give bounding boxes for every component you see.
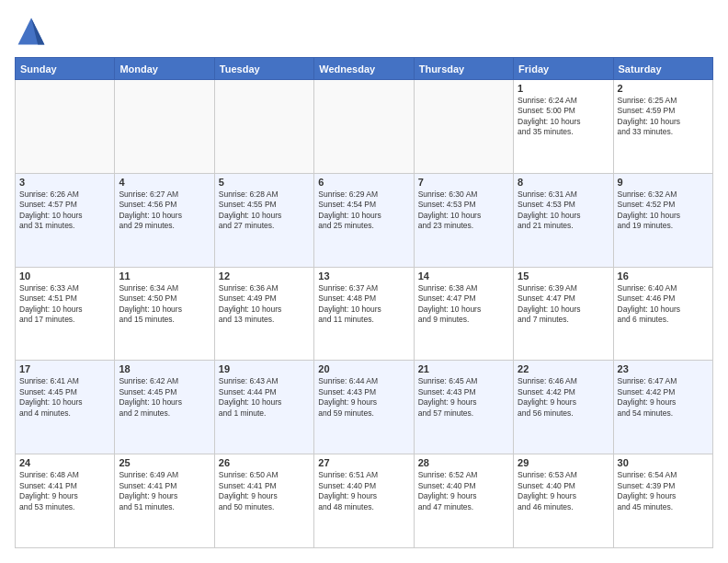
calendar-cell bbox=[414, 80, 513, 174]
day-number: 13 bbox=[318, 270, 409, 282]
week-row-3: 10Sunrise: 6:33 AMSunset: 4:51 PMDayligh… bbox=[16, 267, 713, 361]
logo-icon bbox=[15, 15, 48, 48]
day-number: 7 bbox=[418, 177, 509, 188]
calendar-cell: 13Sunrise: 6:37 AMSunset: 4:48 PMDayligh… bbox=[314, 267, 414, 361]
calendar-cell: 23Sunrise: 6:47 AMSunset: 4:42 PMDayligh… bbox=[613, 361, 712, 454]
day-number: 5 bbox=[219, 177, 310, 188]
day-number: 19 bbox=[219, 363, 310, 374]
calendar-cell: 18Sunrise: 6:42 AMSunset: 4:45 PMDayligh… bbox=[115, 361, 214, 454]
day-number: 28 bbox=[418, 457, 509, 468]
cell-text: Sunrise: 6:44 AMSunset: 4:43 PMDaylight:… bbox=[318, 376, 409, 419]
calendar-cell: 28Sunrise: 6:52 AMSunset: 4:40 PMDayligh… bbox=[414, 454, 513, 548]
day-number: 1 bbox=[518, 83, 609, 94]
cell-text: Sunrise: 6:29 AMSunset: 4:54 PMDaylight:… bbox=[318, 190, 409, 232]
cell-text: Sunrise: 6:41 AMSunset: 4:45 PMDaylight:… bbox=[19, 376, 110, 419]
day-number: 6 bbox=[318, 177, 409, 188]
calendar-cell: 15Sunrise: 6:39 AMSunset: 4:47 PMDayligh… bbox=[514, 267, 613, 361]
week-row-4: 17Sunrise: 6:41 AMSunset: 4:45 PMDayligh… bbox=[16, 361, 713, 454]
header bbox=[15, 15, 713, 48]
weekday-header-friday: Friday bbox=[514, 58, 613, 80]
weekday-header-monday: Monday bbox=[115, 58, 214, 80]
day-number: 25 bbox=[119, 457, 210, 468]
day-number: 18 bbox=[119, 363, 210, 374]
calendar-cell: 16Sunrise: 6:40 AMSunset: 4:46 PMDayligh… bbox=[613, 267, 712, 361]
calendar-cell: 5Sunrise: 6:28 AMSunset: 4:55 PMDaylight… bbox=[214, 173, 313, 267]
cell-text: Sunrise: 6:43 AMSunset: 4:44 PMDaylight:… bbox=[219, 376, 310, 419]
day-number: 17 bbox=[19, 363, 110, 374]
weekday-header-thursday: Thursday bbox=[414, 58, 513, 80]
cell-text: Sunrise: 6:45 AMSunset: 4:43 PMDaylight:… bbox=[418, 376, 509, 419]
calendar-cell: 4Sunrise: 6:27 AMSunset: 4:56 PMDaylight… bbox=[115, 173, 214, 267]
calendar-cell: 17Sunrise: 6:41 AMSunset: 4:45 PMDayligh… bbox=[16, 361, 115, 454]
calendar-cell: 24Sunrise: 6:48 AMSunset: 4:41 PMDayligh… bbox=[16, 454, 115, 548]
calendar-cell: 25Sunrise: 6:49 AMSunset: 4:41 PMDayligh… bbox=[115, 454, 214, 548]
cell-text: Sunrise: 6:38 AMSunset: 4:47 PMDaylight:… bbox=[418, 283, 509, 326]
day-number: 26 bbox=[219, 457, 310, 468]
calendar-cell: 22Sunrise: 6:46 AMSunset: 4:42 PMDayligh… bbox=[514, 361, 613, 454]
calendar-cell: 20Sunrise: 6:44 AMSunset: 4:43 PMDayligh… bbox=[314, 361, 414, 454]
cell-text: Sunrise: 6:25 AMSunset: 4:59 PMDaylight:… bbox=[618, 96, 709, 138]
cell-text: Sunrise: 6:32 AMSunset: 4:52 PMDaylight:… bbox=[618, 190, 709, 232]
calendar-cell: 21Sunrise: 6:45 AMSunset: 4:43 PMDayligh… bbox=[414, 361, 513, 454]
day-number: 23 bbox=[618, 363, 709, 374]
calendar-cell: 30Sunrise: 6:54 AMSunset: 4:39 PMDayligh… bbox=[613, 454, 712, 548]
calendar-cell: 29Sunrise: 6:53 AMSunset: 4:40 PMDayligh… bbox=[514, 454, 613, 548]
day-number: 15 bbox=[518, 270, 609, 282]
calendar-cell: 6Sunrise: 6:29 AMSunset: 4:54 PMDaylight… bbox=[314, 173, 414, 267]
day-number: 2 bbox=[618, 83, 709, 94]
cell-text: Sunrise: 6:36 AMSunset: 4:49 PMDaylight:… bbox=[219, 283, 310, 326]
cell-text: Sunrise: 6:53 AMSunset: 4:40 PMDaylight:… bbox=[518, 470, 609, 512]
cell-text: Sunrise: 6:34 AMSunset: 4:50 PMDaylight:… bbox=[119, 283, 210, 326]
calendar-cell bbox=[16, 80, 115, 174]
day-number: 3 bbox=[19, 177, 110, 188]
weekday-header-tuesday: Tuesday bbox=[214, 58, 313, 80]
day-number: 14 bbox=[418, 270, 509, 282]
cell-text: Sunrise: 6:27 AMSunset: 4:56 PMDaylight:… bbox=[119, 190, 210, 232]
cell-text: Sunrise: 6:51 AMSunset: 4:40 PMDaylight:… bbox=[318, 470, 409, 512]
cell-text: Sunrise: 6:30 AMSunset: 4:53 PMDaylight:… bbox=[418, 190, 509, 232]
cell-text: Sunrise: 6:48 AMSunset: 4:41 PMDaylight:… bbox=[19, 470, 110, 512]
page: SundayMondayTuesdayWednesdayThursdayFrid… bbox=[0, 0, 728, 563]
cell-text: Sunrise: 6:39 AMSunset: 4:47 PMDaylight:… bbox=[518, 283, 609, 326]
day-number: 11 bbox=[119, 270, 210, 282]
weekday-header-wednesday: Wednesday bbox=[314, 58, 414, 80]
day-number: 30 bbox=[618, 457, 709, 468]
calendar-cell bbox=[115, 80, 214, 174]
cell-text: Sunrise: 6:54 AMSunset: 4:39 PMDaylight:… bbox=[618, 470, 709, 512]
day-number: 24 bbox=[19, 457, 110, 468]
cell-text: Sunrise: 6:47 AMSunset: 4:42 PMDaylight:… bbox=[618, 376, 709, 419]
calendar-cell: 10Sunrise: 6:33 AMSunset: 4:51 PMDayligh… bbox=[16, 267, 115, 361]
cell-text: Sunrise: 6:40 AMSunset: 4:46 PMDaylight:… bbox=[618, 283, 709, 326]
week-row-2: 3Sunrise: 6:26 AMSunset: 4:57 PMDaylight… bbox=[16, 173, 713, 267]
day-number: 21 bbox=[418, 363, 509, 374]
day-number: 16 bbox=[618, 270, 709, 282]
cell-text: Sunrise: 6:31 AMSunset: 4:53 PMDaylight:… bbox=[518, 190, 609, 232]
calendar-cell: 2Sunrise: 6:25 AMSunset: 4:59 PMDaylight… bbox=[613, 80, 712, 174]
weekday-header-sunday: Sunday bbox=[16, 58, 115, 80]
cell-text: Sunrise: 6:52 AMSunset: 4:40 PMDaylight:… bbox=[418, 470, 509, 512]
calendar-cell: 3Sunrise: 6:26 AMSunset: 4:57 PMDaylight… bbox=[16, 173, 115, 267]
logo bbox=[15, 15, 51, 48]
day-number: 27 bbox=[318, 457, 409, 468]
calendar-cell bbox=[214, 80, 313, 174]
day-number: 20 bbox=[318, 363, 409, 374]
weekday-header-saturday: Saturday bbox=[613, 58, 712, 80]
calendar-cell: 7Sunrise: 6:30 AMSunset: 4:53 PMDaylight… bbox=[414, 173, 513, 267]
cell-text: Sunrise: 6:42 AMSunset: 4:45 PMDaylight:… bbox=[119, 376, 210, 419]
weekday-header-row: SundayMondayTuesdayWednesdayThursdayFrid… bbox=[16, 58, 713, 80]
cell-text: Sunrise: 6:26 AMSunset: 4:57 PMDaylight:… bbox=[19, 190, 110, 232]
day-number: 29 bbox=[518, 457, 609, 468]
day-number: 8 bbox=[518, 177, 609, 188]
calendar-cell: 26Sunrise: 6:50 AMSunset: 4:41 PMDayligh… bbox=[214, 454, 313, 548]
calendar-cell: 12Sunrise: 6:36 AMSunset: 4:49 PMDayligh… bbox=[214, 267, 313, 361]
calendar-cell bbox=[314, 80, 414, 174]
day-number: 4 bbox=[119, 177, 210, 188]
cell-text: Sunrise: 6:50 AMSunset: 4:41 PMDaylight:… bbox=[219, 470, 310, 512]
day-number: 22 bbox=[518, 363, 609, 374]
cell-text: Sunrise: 6:28 AMSunset: 4:55 PMDaylight:… bbox=[219, 190, 310, 232]
week-row-5: 24Sunrise: 6:48 AMSunset: 4:41 PMDayligh… bbox=[16, 454, 713, 548]
day-number: 12 bbox=[219, 270, 310, 282]
day-number: 10 bbox=[19, 270, 110, 282]
cell-text: Sunrise: 6:33 AMSunset: 4:51 PMDaylight:… bbox=[19, 283, 110, 326]
week-row-1: 1Sunrise: 6:24 AMSunset: 5:00 PMDaylight… bbox=[16, 80, 713, 174]
